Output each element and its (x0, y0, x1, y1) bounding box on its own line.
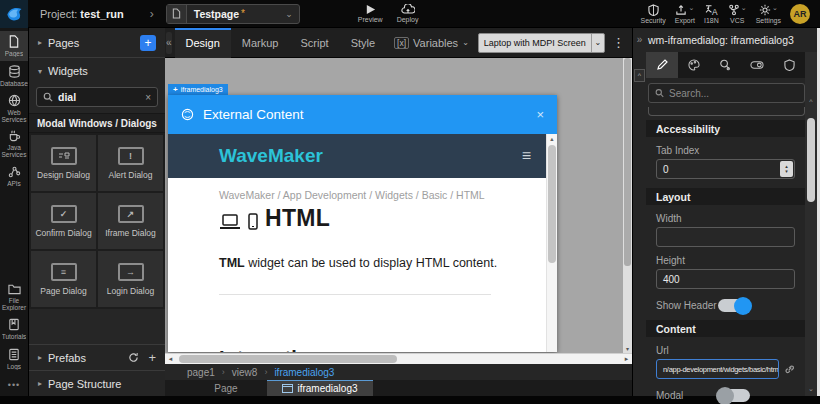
scrollbar-thumb[interactable] (548, 145, 556, 263)
bottom-tab-iframedialog3[interactable]: iframedialog3 (267, 380, 373, 396)
vcs-button[interactable]: ⌄ VCS (728, 4, 747, 24)
iframe-dialog-widget[interactable]: External Content × WaveMaker ≡ WaveMaker… (168, 95, 557, 352)
scroll-down-icon[interactable]: ▾ (623, 343, 632, 353)
scroll-right-icon[interactable]: ▸ (621, 354, 632, 364)
scroll-up-icon[interactable]: ▴ (547, 134, 557, 144)
iframe-content: WaveMaker / App Development / Widgets / … (168, 178, 557, 352)
device-selector[interactable]: Laptop with MDPI Screen ⌄ (478, 33, 605, 53)
collapse-left-panel-icon[interactable]: « (166, 32, 172, 54)
sidebar-item-file-explorer[interactable]: File Explorer (0, 280, 28, 314)
tab-style[interactable]: Style (340, 28, 386, 58)
width-input[interactable] (656, 227, 795, 247)
translate-icon: A (705, 4, 718, 16)
widget-alert-dialog[interactable]: ! Alert Dialog (98, 135, 163, 191)
more-menu-icon[interactable]: ⋮ (612, 35, 625, 50)
prefabs-accordion-header[interactable]: ▸ Prefabs + (29, 344, 165, 370)
link-icon[interactable] (784, 364, 795, 375)
refresh-icon[interactable] (128, 352, 139, 363)
dialog-header: External Content × (168, 95, 557, 134)
chevron-down-icon: ⌄ (462, 38, 469, 47)
tab-security[interactable] (773, 52, 805, 78)
branch-icon (728, 4, 740, 16)
sidebar-item-java-services[interactable]: Java Services (0, 126, 28, 161)
sidebar-item-web-services[interactable]: Web Services (0, 91, 28, 126)
widget-iframe-dialog[interactable]: ↗ Iframe Dialog (98, 193, 163, 249)
move-icon: + (173, 85, 178, 94)
page-selector-dropdown[interactable]: Testpage * ⌄ (166, 4, 300, 24)
scrollbar-thumb[interactable] (179, 355, 397, 363)
sidebar-item-apis[interactable]: APIs (0, 162, 28, 192)
iframe-vertical-scrollbar[interactable]: ▴ (546, 134, 557, 352)
panel-scrollbar[interactable]: ^ ⌄ (805, 52, 817, 396)
number-stepper[interactable]: ▴▾ (780, 161, 793, 177)
sidebar-item-databases[interactable]: Databases (0, 61, 28, 91)
scrollbar-thumb[interactable] (807, 118, 815, 202)
wavemaker-logo-icon (4, 4, 24, 24)
sidebar-item-pages[interactable]: Pages (0, 31, 28, 61)
breadcrumb-view8[interactable]: view8 (232, 367, 258, 378)
widget-login-dialog[interactable]: → Login Dialog (98, 251, 163, 307)
canvas-horizontal-scrollbar[interactable]: ◂ ▸ (165, 353, 632, 364)
widget-search-input[interactable]: dial × (36, 87, 158, 107)
security-button[interactable]: Security (641, 4, 666, 24)
design-canvas[interactable]: + iframedialog3 External Content × WaveM… (165, 58, 632, 364)
settings-button[interactable]: ⌄ Settings (756, 4, 781, 24)
tab-properties[interactable] (646, 52, 678, 78)
top-right-actions: Security ⌄ Export A I18N ⌄ (641, 4, 811, 24)
wavemaker-logo[interactable] (0, 0, 28, 28)
tab-behavior[interactable] (741, 52, 773, 78)
project-label: Project: test_run (40, 8, 124, 20)
scroll-up-icon[interactable]: ^ (805, 98, 817, 105)
variables-dropdown[interactable]: [x] Variables ⌄ (394, 37, 469, 49)
scroll-up-icon[interactable]: ^ (634, 69, 645, 82)
widget-page-dialog[interactable]: ≡ Page Dialog (31, 251, 96, 307)
tab-styles[interactable] (678, 52, 710, 78)
tab-search-properties[interactable] (710, 52, 742, 78)
dialog-close-icon[interactable]: × (536, 107, 544, 122)
deploy-button[interactable]: Deploy (397, 4, 419, 23)
widget-design-dialog[interactable]: Design Dialog (31, 135, 96, 191)
properties-tabs (646, 52, 805, 78)
widget-confirm-dialog[interactable]: ✓ Confirm Dialog (31, 193, 96, 249)
variables-icon: [x] (394, 37, 409, 49)
sidebar-item-logs[interactable]: Logs (0, 344, 28, 374)
url-input[interactable]: n/app-development/widgets/basic/html/ (656, 359, 779, 379)
tab-markup[interactable]: Markup (231, 28, 290, 58)
height-input[interactable]: 400 (656, 269, 795, 289)
page-file-icon (167, 5, 187, 23)
laptop-icon (219, 214, 241, 230)
scroll-left-icon[interactable]: ◂ (165, 354, 176, 364)
scroll-down-icon[interactable]: ⌄ (805, 385, 817, 393)
more-options-icon[interactable]: ••• (8, 374, 20, 396)
play-icon (365, 4, 376, 15)
add-prefab-icon[interactable]: + (148, 350, 156, 365)
properties-panel: » ^ wm-iframedialog: iframedialog3 (632, 28, 817, 396)
tab-design[interactable]: Design (175, 28, 231, 58)
iframe-navbar: WaveMaker ≡ (168, 134, 557, 178)
widgets-accordion-header[interactable]: ▾ Widgets (29, 58, 165, 84)
property-search-input[interactable] (669, 88, 798, 99)
add-page-button[interactable]: + (140, 35, 156, 51)
page-structure-accordion-header[interactable]: ▸ Page Structure (29, 370, 165, 396)
show-header-toggle[interactable] (718, 299, 750, 312)
preview-button[interactable]: Preview (358, 4, 383, 23)
expand-right-icon[interactable]: » (633, 34, 646, 45)
canvas-vertical-scrollbar[interactable]: ▾ (623, 58, 632, 353)
scrollbar-thumb[interactable] (624, 58, 631, 266)
bottom-tab-page[interactable]: Page (185, 380, 267, 396)
export-button[interactable]: ⌄ Export (675, 4, 695, 24)
breadcrumb-iframedialog3[interactable]: iframedialog3 (274, 367, 334, 378)
selected-widget-chip[interactable]: + iframedialog3 (168, 84, 228, 95)
tab-script[interactable]: Script (290, 28, 340, 58)
breadcrumb-page1[interactable]: page1 (187, 367, 215, 378)
user-avatar[interactable]: AR (790, 4, 810, 24)
iframe-brand: WaveMaker (219, 145, 323, 167)
hamburger-icon[interactable]: ≡ (522, 147, 531, 165)
property-search[interactable] (648, 83, 805, 103)
pages-accordion-header[interactable]: ▸ Pages + (29, 28, 165, 58)
sidebar-item-tutorials[interactable]: Tutorials (0, 314, 28, 344)
tab-index-input[interactable]: 0 ▴▾ (656, 159, 795, 179)
modal-toggle[interactable] (718, 389, 750, 402)
clear-search-icon[interactable]: × (145, 92, 151, 103)
i18n-button[interactable]: A I18N (704, 4, 719, 24)
